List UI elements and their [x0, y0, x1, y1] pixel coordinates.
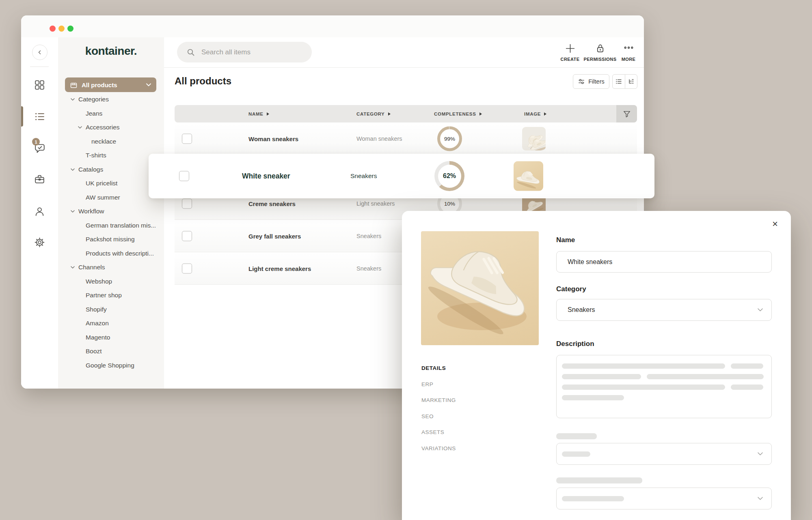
loading-select[interactable]	[556, 443, 772, 465]
chevron-down-icon	[757, 308, 763, 312]
category-field-label: Category	[556, 285, 586, 293]
product-detail-image	[421, 231, 539, 345]
skeleton-bar	[647, 374, 764, 379]
skeleton-bar	[562, 395, 624, 400]
sidebar-item-workflow[interactable]: Workflow	[58, 204, 164, 219]
collapse-sidebar-button[interactable]	[32, 45, 48, 60]
sort-arrow-icon	[388, 112, 391, 116]
table-row[interactable]: Woman sneakers Woman sneakers 99%	[175, 122, 637, 155]
filters-label: Filters	[588, 78, 604, 85]
chevron-down-icon	[70, 265, 75, 270]
product-name: Creme sneakers	[248, 200, 296, 207]
search-input[interactable]	[201, 48, 304, 57]
row-checkbox[interactable]	[179, 171, 189, 181]
sidebar-item-boozt[interactable]: Boozt	[58, 344, 164, 359]
tab-variations[interactable]: VARIATIONS	[421, 440, 456, 457]
sidebar-item-necklace[interactable]: necklace	[58, 135, 164, 149]
row-checkbox[interactable]	[182, 198, 192, 208]
sidebar-item-google-shopping[interactable]: Google Shopping	[58, 359, 164, 373]
zoom-window-button[interactable]	[67, 26, 73, 32]
row-checkbox[interactable]	[182, 133, 192, 144]
lock-icon	[595, 43, 606, 54]
sidebar-item-jeans[interactable]: Jeans	[58, 107, 164, 121]
sidebar-root-all-products[interactable]: All products	[65, 77, 156, 92]
list-view-button[interactable]	[613, 75, 625, 88]
product-category: Sneakers	[350, 172, 377, 180]
column-header-completeness[interactable]: COMPLETENESS	[434, 112, 482, 116]
sidebar-item-shopify[interactable]: Shopify	[58, 303, 164, 317]
box-icon	[70, 81, 78, 89]
sidebar-tree: Categories Jeans Accessories necklace T-…	[58, 92, 164, 372]
more-label: MORE	[622, 57, 636, 62]
row-checkbox[interactable]	[182, 231, 192, 241]
sort-arrow-icon	[479, 112, 482, 116]
notification-badge: 1	[32, 138, 40, 146]
chevron-down-icon	[70, 167, 75, 172]
sidebar-item-catalogs[interactable]: Catalogs	[58, 163, 164, 177]
tab-erp[interactable]: ERP	[421, 376, 456, 393]
rail-item-dashboard[interactable]	[21, 80, 58, 90]
table-header: NAME CATEGORY COMPLETENESS IMAGE	[175, 105, 637, 122]
product-name: Light creme sneakers	[248, 265, 311, 272]
tab-assets[interactable]: ASSETS	[421, 424, 456, 440]
sidebar-item-amazon[interactable]: Amazon	[58, 316, 164, 331]
sort-arrow-icon	[267, 112, 269, 116]
sidebar-item-partner-shop[interactable]: Partner shop	[58, 288, 164, 303]
sidebar-item-packshot-missing[interactable]: Packshot missing	[58, 232, 164, 247]
grid-icon	[34, 80, 45, 90]
tree-view-button[interactable]	[625, 75, 637, 88]
close-window-button[interactable]	[50, 26, 56, 32]
row-checkbox[interactable]	[182, 263, 192, 273]
column-header-image[interactable]: IMAGE	[524, 112, 546, 116]
name-field[interactable]: White sneakers	[556, 251, 772, 273]
category-select[interactable]: Sneakers	[556, 299, 772, 321]
name-field-label: Name	[556, 236, 575, 244]
filters-button[interactable]: Filters	[573, 74, 609, 89]
description-field-label: Description	[556, 340, 594, 348]
close-icon[interactable]: ×	[772, 219, 778, 229]
sidebar-item-webshop[interactable]: Webshop	[58, 275, 164, 289]
skeleton-bar	[731, 363, 763, 369]
highlighted-row-white-sneaker[interactable]: White sneaker Sneakers 62%	[149, 154, 654, 198]
sidebar-item-products-with-description[interactable]: Products with descripti...	[58, 247, 164, 261]
sidebar-item-channels[interactable]: Channels	[58, 260, 164, 275]
chevron-down-icon	[757, 496, 763, 501]
sidebar-item-aw-summer[interactable]: AW summer	[58, 191, 164, 205]
skeleton-label	[556, 477, 642, 483]
sidebar-item-tshirts[interactable]: T-shirts	[58, 148, 164, 163]
product-category: Light sneakers	[356, 200, 395, 207]
product-thumbnail	[522, 127, 546, 150]
more-button[interactable]: MORE	[608, 43, 649, 62]
rail-item-users[interactable]	[21, 206, 58, 217]
rail-item-workspace[interactable]	[21, 174, 58, 185]
sidebar-item-uk-pricelist[interactable]: UK pricelist	[58, 176, 164, 191]
tab-marketing[interactable]: MARKETING	[421, 392, 456, 408]
minimize-window-button[interactable]	[58, 26, 65, 32]
column-header-category[interactable]: CATEGORY	[356, 112, 391, 116]
sort-arrow-icon	[544, 112, 546, 116]
sidebar-item-german-translation[interactable]: German translation mis...	[58, 219, 164, 233]
rail-item-comments[interactable]	[21, 142, 58, 154]
rail-item-products[interactable]	[21, 111, 58, 122]
sidebar-item-magento[interactable]: Magento	[58, 331, 164, 345]
loading-select[interactable]	[556, 488, 772, 509]
chevron-down-icon	[757, 452, 763, 456]
product-name: Grey fall sneakers	[248, 232, 301, 239]
column-header-name[interactable]: NAME	[248, 112, 269, 116]
category-select-value: Sneakers	[568, 306, 595, 314]
rail-item-settings[interactable]	[21, 237, 58, 248]
skeleton-bar	[562, 451, 590, 457]
sidebar-item-accessories[interactable]: Accessories	[58, 120, 164, 135]
search-bar[interactable]	[177, 42, 312, 62]
tab-seo[interactable]: SEO	[421, 408, 456, 425]
gear-icon	[34, 237, 45, 248]
desktop: 1	[0, 0, 812, 520]
view-toggle	[612, 74, 637, 89]
column-filter-button[interactable]	[616, 105, 637, 122]
description-field[interactable]	[556, 355, 772, 418]
back-chevron-icon	[37, 49, 43, 56]
sidebar-item-categories[interactable]: Categories	[58, 92, 164, 107]
header-divider	[164, 67, 644, 68]
search-icon	[187, 48, 195, 56]
tab-details[interactable]: DETAILS	[421, 360, 456, 376]
